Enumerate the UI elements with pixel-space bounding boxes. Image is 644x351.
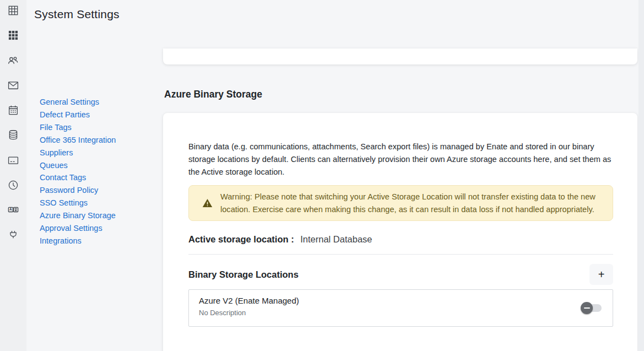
location-description: No Description (199, 307, 602, 318)
sidebar-link-sso-settings[interactable]: SSO Settings (40, 197, 158, 209)
toggle-thumb (581, 302, 593, 314)
card-dashes-icon[interactable] (0, 154, 26, 179)
azure-binary-storage-card: Binary data (e.g. communications, attach… (163, 113, 637, 351)
database-icon[interactable] (0, 129, 26, 154)
sidebar-link-approval-settings[interactable]: Approval Settings (40, 222, 158, 235)
sidebar-link-azure-binary-storage[interactable]: Azure Binary Storage (40, 209, 158, 222)
sidebar-link-password-policy[interactable]: Password Policy (40, 184, 158, 197)
sidebar-link-file-tags[interactable]: File Tags (40, 121, 158, 134)
warning-banner: Warning: Please note that switching your… (188, 185, 613, 221)
section-title: Azure Binary Storage (164, 89, 262, 100)
plug-icon[interactable] (0, 229, 26, 254)
system-settings-page: A System Settings General Settings Defec… (0, 0, 644, 351)
sidebar-link-contact-tags[interactable]: Contact Tags (40, 171, 158, 184)
clock-icon[interactable] (0, 179, 26, 204)
location-name: Azure V2 (Enate Managed) (199, 295, 602, 306)
storage-location-row[interactable]: Azure V2 (Enate Managed) No Description (188, 289, 613, 327)
divider (188, 254, 613, 255)
users-icon[interactable] (0, 55, 26, 79)
locations-heading: Binary Storage Locations (188, 269, 299, 280)
toggle-dash-icon (584, 307, 590, 309)
section-description: Binary data (e.g. communications, attach… (188, 141, 613, 179)
locations-header: Binary Storage Locations + (188, 264, 613, 285)
settings-nav: General Settings Defect Parties File Tag… (40, 96, 158, 247)
scrollbar-track[interactable] (638, 0, 644, 351)
calendar-icon[interactable] (0, 104, 26, 129)
content-area: Azure Binary Storage Binary data (e.g. c… (163, 0, 637, 351)
active-storage-location-label: Active storage location : (188, 234, 294, 244)
svg-text:A: A (9, 208, 12, 212)
apps-grid-icon[interactable] (0, 29, 26, 54)
add-location-button[interactable]: + (589, 264, 613, 285)
previous-section-card (163, 48, 637, 64)
active-storage-location-value: Internal Database (300, 234, 372, 244)
warning-triangle-icon (202, 198, 213, 208)
tables-grid-icon[interactable] (0, 4, 26, 29)
sidebar-link-integrations[interactable]: Integrations (40, 235, 158, 247)
sidebar-link-queues[interactable]: Queues (40, 159, 158, 172)
mail-icon[interactable] (0, 79, 26, 104)
sidebar-link-defect-parties[interactable]: Defect Parties (40, 109, 158, 121)
translate-icon[interactable]: A (0, 204, 26, 229)
sidebar-link-office-365-integration[interactable]: Office 365 Integration (40, 134, 158, 147)
sidebar-link-suppliers[interactable]: Suppliers (40, 147, 158, 159)
sidebar-link-general-settings[interactable]: General Settings (40, 96, 158, 109)
app-rail: A (0, 0, 26, 351)
location-enabled-toggle[interactable] (581, 302, 602, 314)
warning-text: Warning: Please note that switching your… (220, 191, 596, 215)
page-title: System Settings (34, 8, 120, 21)
active-storage-location-row: Active storage location : Internal Datab… (188, 234, 613, 245)
